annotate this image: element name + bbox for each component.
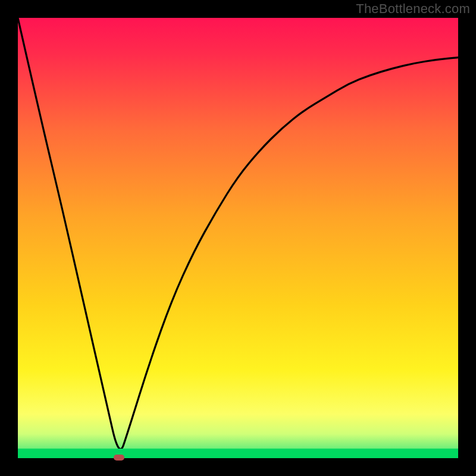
gradient-background: [18, 18, 458, 458]
plot-area: [18, 18, 458, 458]
baseline-bar: [18, 449, 458, 458]
watermark-text: TheBottleneck.com: [356, 1, 470, 17]
minimum-marker: [114, 455, 124, 461]
plot-svg: [18, 18, 458, 458]
chart-frame: TheBottleneck.com: [0, 0, 476, 476]
